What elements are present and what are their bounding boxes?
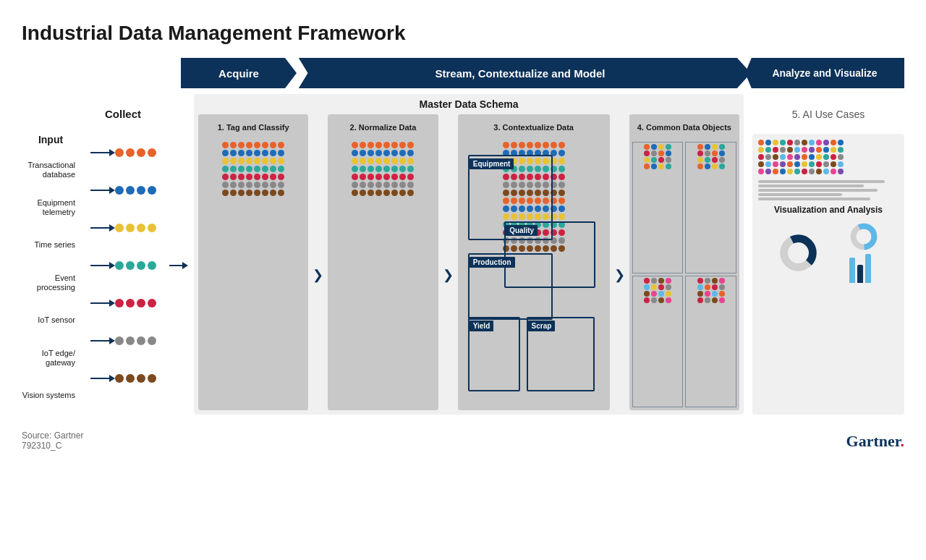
viz-label: Visualization and Analysis (758, 205, 899, 215)
dot (148, 374, 156, 383)
dot (137, 148, 145, 157)
dot (126, 336, 135, 345)
arrow-2 (90, 187, 115, 194)
step4-header: 4. Common Data Objects (632, 117, 736, 139)
page-title: Industrial Data Management Framework (22, 22, 904, 45)
step1-dots (201, 142, 305, 407)
dot (148, 186, 156, 195)
input-timeseries: Time series (22, 226, 80, 264)
dot (137, 336, 145, 345)
dot (148, 148, 156, 157)
input-equipment: Equipment telemetry (22, 189, 80, 226)
input-iot: IoT sensor (22, 302, 80, 339)
collect-header: Collect (105, 94, 141, 134)
input-transactional: Transactional database (22, 151, 80, 189)
dot (126, 299, 135, 307)
ai-step-header: 5. AI Use Cases (752, 94, 904, 134)
collect-row-1 (90, 134, 156, 171)
acquire-header: Acquire (181, 58, 297, 88)
input-vision: Vision systems (22, 377, 80, 415)
viz-dots-grid (758, 140, 899, 174)
gartner-logo: Gartner. (846, 432, 904, 451)
donut-chart-1 (778, 233, 818, 273)
long-arrow-collect-schema (169, 262, 188, 269)
dot (148, 224, 156, 232)
dot (137, 224, 145, 232)
input-event: Event processing (22, 264, 80, 302)
dot (126, 148, 135, 157)
collect-row-7 (90, 360, 156, 397)
dot (126, 374, 135, 383)
arrow-6 (90, 337, 115, 344)
arrow-1 (90, 149, 115, 156)
analyze-header: Analyze and Visualize (745, 58, 904, 88)
collect-dots (90, 134, 156, 397)
schema-cols: 1. Tag and Classify ❯ 2. Normalize Data … (198, 114, 739, 410)
step4-dots (632, 142, 736, 407)
bar-4 (758, 193, 842, 196)
arrow-5 (90, 300, 115, 307)
collect-row-6 (90, 322, 156, 360)
source-line1: Source: Gartner (22, 430, 83, 441)
collect-column: Collect (80, 94, 166, 415)
arrow-3 (90, 224, 115, 232)
stream-header: Stream, Contextualize and Model (289, 58, 751, 88)
source-line2: 792310_C (22, 441, 83, 451)
header-row: Acquire Stream, Contextualize and Model … (22, 58, 904, 88)
arrow-7 (90, 375, 115, 382)
step3-header: 3. Contextualize Data (461, 117, 607, 139)
dot (115, 374, 124, 383)
input-items: Transactional database Equipment telemet… (22, 151, 80, 415)
arrow-4 (90, 262, 115, 269)
input-iot-edge: IoT edge/ gateway (22, 339, 80, 377)
dot (148, 261, 156, 270)
input-label: Input (22, 134, 80, 145)
viz-bars (758, 180, 899, 200)
dot (115, 224, 124, 232)
donut-area (758, 218, 899, 287)
dot (115, 299, 124, 307)
source-footer: Source: Gartner 792310_C (22, 430, 83, 451)
donut-chart-2 (849, 222, 878, 251)
step2-arrow: ❯ (441, 140, 455, 410)
schema-area: Master Data Schema 1. Tag and Classify ❯… (194, 94, 744, 415)
ai-column: 5. AI Use Cases Visualization and Analys… (752, 94, 904, 415)
dot (126, 224, 135, 232)
ctx-inner: EquipmentQualityProductionYieldScrap (461, 142, 607, 407)
step2-dots (331, 142, 435, 407)
mini-bar-2 (857, 265, 863, 283)
collect-row-3 (90, 209, 156, 247)
step-normalize: 2. Normalize Data (328, 114, 438, 410)
mini-charts (849, 222, 878, 283)
step-contextualize: 3. Contextualize Data EquipmentQualityPr… (458, 114, 610, 410)
schema-title: Master Data Schema (198, 98, 739, 110)
bar-5 (758, 198, 870, 200)
dot (137, 186, 145, 195)
step3-arrow: ❯ (613, 140, 626, 410)
bar-2 (758, 184, 864, 187)
bar-1 (758, 180, 885, 183)
collect-row-4 (90, 247, 156, 284)
dot (126, 261, 135, 270)
input-column: Input Transactional database Equipment t… (22, 94, 80, 415)
step-tag-classify: 1. Tag and Classify (198, 114, 308, 410)
mini-bar-1 (849, 258, 855, 283)
step1-header: 1. Tag and Classify (201, 117, 305, 139)
bar-chart-mini (849, 254, 878, 283)
dot (126, 186, 135, 195)
dot (137, 374, 145, 383)
collect-row-5 (90, 284, 156, 322)
main-content: Input Transactional database Equipment t… (22, 94, 904, 415)
dot (148, 336, 156, 345)
ai-viz-area: Visualization and Analysis (752, 134, 904, 415)
dot (148, 299, 156, 307)
dot (137, 299, 145, 307)
dot (115, 186, 124, 195)
dot (115, 148, 124, 157)
dot (137, 261, 145, 270)
collect-row-2 (90, 171, 156, 209)
dot (115, 261, 124, 270)
step1-arrow: ❯ (311, 140, 325, 410)
mini-bar-3 (865, 254, 871, 283)
dot (115, 336, 124, 345)
